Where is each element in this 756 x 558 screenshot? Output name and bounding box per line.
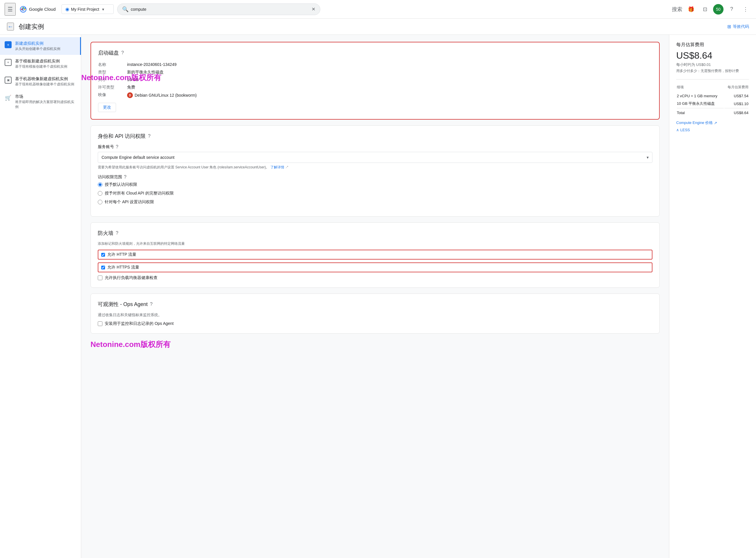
back-icon: ← (7, 23, 14, 30)
project-chevron-icon: ▾ (102, 7, 104, 11)
ops-agent-desc: 通过收集日志和关键指标来监控系统。 (98, 312, 652, 318)
service-account-hint: 需要为希望使用此服务账号访问虚拟机的用户设置 Service Account U… (98, 164, 652, 170)
search-button[interactable]: 搜索 (671, 3, 683, 15)
cost-row-2-item: 10 GB 平衡永久性磁盘 (677, 100, 724, 107)
new-vm-title: 新建虚拟机实例 (15, 41, 60, 46)
cost-total-label: Total (677, 108, 724, 116)
terminal-button[interactable]: ⊡ (699, 3, 711, 15)
boot-disk-section: 启动磁盘 ? 名称 instance-20240601-134249 类型 新的… (90, 42, 660, 120)
service-account-select[interactable]: Compute Engine default service account (98, 152, 652, 162)
sidebar-item-new-vm[interactable]: + 新建虚拟机实例 从头开始创建单个虚拟机实例 (0, 37, 81, 55)
cost-note: 用多少付多少：无需预付费用，按秒计费 (676, 69, 749, 73)
sidebar-item-template-vm[interactable]: + 基于模板新建虚拟机实例 基于现有模板创建单个虚拟机实例 (0, 55, 81, 73)
more-options-button[interactable]: ⋮ (740, 3, 751, 15)
help-icon: ? (730, 6, 733, 12)
svg-point-1 (24, 8, 26, 10)
cost-row-1-cost: US$7.54 (724, 93, 749, 99)
service-account-group: 服务账号 ? Compute Engine default service ac… (98, 144, 652, 170)
external-link-icon: ↗ (285, 165, 289, 169)
google-cloud-logo: Google Cloud (19, 5, 56, 14)
svg-point-2 (22, 7, 24, 8)
efficiency-code-header-label: 等效代码 (733, 24, 749, 29)
identity-title: 身份和 API 访问权限 ? (98, 133, 652, 140)
cost-title: 每月估算费用 (676, 42, 749, 48)
gift-button[interactable]: 🎁 (685, 3, 697, 15)
template-vm-title: 基于模板新建虚拟机实例 (15, 58, 67, 64)
image-vm-text: 基于机器映像新建虚拟机实例 基于现有机器映像创建单个虚拟机实例 (15, 76, 74, 87)
svg-point-0 (21, 8, 22, 10)
search-bar: 🔍 ✕ (117, 3, 320, 15)
template-vm-desc: 基于现有模板创建单个虚拟机实例 (15, 64, 67, 69)
marketplace-icon: 🛒 (5, 94, 11, 101)
access-scope-default[interactable]: 授予默认访问权限 (98, 182, 652, 187)
hamburger-menu[interactable]: ☰ (5, 3, 16, 16)
identity-help-icon[interactable]: ? (148, 133, 151, 139)
project-selector[interactable]: ◉ My First Project ▾ (61, 4, 114, 14)
chevron-up-icon: ∧ (676, 128, 679, 132)
name-label: 名称 (98, 62, 127, 67)
firewall-lb-checkbox[interactable] (98, 276, 102, 280)
firewall-https-item[interactable]: 允许 HTTPS 流量 (98, 262, 652, 272)
boot-disk-help-icon[interactable]: ? (121, 50, 124, 55)
access-scope-per-api[interactable]: 针对每个 API 设置访问权限 (98, 199, 652, 205)
sidebar-item-image-vm[interactable]: ▣ 基于机器映像新建虚拟机实例 基于现有机器映像创建单个虚拟机实例 (0, 73, 81, 90)
page-title: 创建实例 (19, 22, 44, 31)
firewall-http-checkbox[interactable] (101, 253, 105, 257)
boot-disk-size-row: 大小 10 GB (98, 76, 652, 84)
firewall-lb-item[interactable]: 允许执行负载均衡器健康检查 (98, 275, 652, 280)
search-clear-icon[interactable]: ✕ (312, 6, 315, 12)
cost-row-2: 10 GB 平衡永久性磁盘 US$1.10 (677, 100, 749, 107)
firewall-note: 添加标记和防火墙规则，允许来自互联网的特定网络流量 (98, 241, 652, 246)
firewall-https-checkbox[interactable] (101, 265, 105, 270)
image-vm-desc: 基于现有机器映像创建单个虚拟机实例 (15, 82, 74, 87)
avatar-number: 50 (716, 7, 721, 11)
efficiency-code-header-button[interactable]: ⊞ 等效代码 (727, 24, 749, 29)
compute-price-link[interactable]: Compute Engine 价格 ↗ (676, 120, 749, 125)
logo-text: Google Cloud (29, 7, 56, 11)
back-button[interactable]: ← (7, 23, 14, 30)
type-value: 新的平衡永久性磁盘 (127, 70, 164, 75)
debian-icon: D (127, 92, 133, 98)
google-cloud-logo-icon (19, 5, 27, 14)
cost-row-1-item: 2 vCPU + 1 GB memory (677, 93, 724, 99)
nav-actions: 搜索 🎁 ⊡ 50 ? ⋮ (671, 3, 751, 15)
watermark-2: Netonine.com版权所有 (90, 339, 660, 350)
cost-row-2-cost: US$1.10 (724, 100, 749, 107)
boot-disk-image-row: 映像 D Debian GNU/Linux 12 (bookworm) (98, 91, 652, 99)
more-icon: ⋮ (743, 6, 748, 12)
cost-amount: US$8.64 (676, 50, 749, 61)
sidebar-item-marketplace[interactable]: 🛒 市场 将开箱即用的解决方案部署到虚拟机实例 (0, 90, 81, 113)
marketplace-text: 市场 将开箱即用的解决方案部署到虚拟机实例 (15, 94, 75, 109)
less-button[interactable]: ∧ LESS (676, 128, 749, 132)
firewall-help-icon[interactable]: ? (116, 230, 118, 236)
efficiency-icon-header: ⊞ (727, 24, 731, 29)
access-scope-default-label: 授予默认访问权限 (105, 182, 137, 187)
access-scope-full[interactable]: 授予对所有 Cloud API 的完整访问权限 (98, 191, 652, 196)
ops-agent-help-icon[interactable]: ? (150, 302, 153, 307)
firewall-http-item[interactable]: 允许 HTTP 流量 (98, 250, 652, 259)
image-label: 映像 (98, 92, 127, 98)
service-account-help-icon[interactable]: ? (116, 144, 118, 150)
learn-more-link[interactable]: 了解详情 (270, 165, 284, 169)
search-input[interactable] (131, 7, 312, 11)
firewall-lb-label: 允许执行负载均衡器健康检查 (105, 275, 158, 280)
cost-table: 细项 每月估算费用 2 vCPU + 1 GB memory US$7.54 1… (676, 84, 749, 117)
project-dot-icon: ◉ (65, 6, 69, 12)
ops-agent-checkbox-item[interactable]: 安装用于监控和日志记录的 Ops Agent (98, 321, 652, 326)
access-scope-radio-group: 授予默认访问权限 授予对所有 Cloud API 的完整访问权限 针对每个 AP… (98, 182, 652, 205)
name-value: instance-20240601-134249 (127, 62, 177, 67)
ops-agent-section: 可观测性 - Ops Agent ? 通过收集日志和关键指标来监控系统。 安装用… (90, 294, 660, 334)
help-button[interactable]: ? (726, 3, 737, 15)
access-scope-help-icon[interactable]: ? (124, 175, 127, 180)
search-icon[interactable]: 🔍 (122, 6, 129, 12)
change-button[interactable]: 更改 (98, 103, 116, 112)
cost-panel: 每月估算费用 US$8.64 每小时约为 US$0.01 用多少付多少：无需预付… (669, 35, 756, 558)
cost-total-value: US$8.64 (724, 108, 749, 116)
boot-disk-name-row: 名称 instance-20240601-134249 (98, 61, 652, 69)
cost-divider (676, 79, 749, 80)
firewall-checkbox-group: 允许 HTTP 流量 允许 HTTPS 流量 允许执行负载均衡器健康检查 (98, 250, 652, 280)
user-avatar[interactable]: 50 (713, 4, 724, 15)
ops-agent-checkbox[interactable] (98, 321, 102, 326)
type-label: 类型 (98, 70, 127, 75)
identity-section: 身份和 API 访问权限 ? 服务账号 ? Compute Engine def… (90, 125, 660, 217)
